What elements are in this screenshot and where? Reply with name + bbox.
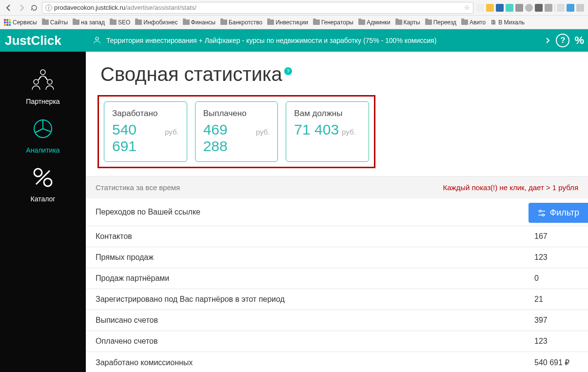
back-button[interactable] <box>4 3 14 13</box>
sliders-icon <box>537 209 546 217</box>
extension-icon[interactable] <box>515 4 523 12</box>
card-earned: Заработано 540 691руб. <box>104 101 187 162</box>
card-unit: руб. <box>165 128 179 136</box>
card-unit: руб. <box>342 128 356 136</box>
card-value: 469 288 <box>203 121 253 155</box>
table-row: Выписано счетов397 <box>86 310 588 331</box>
card-value: 71 403 <box>294 121 339 138</box>
reload-button[interactable] <box>29 3 39 13</box>
bookmark-star-icon[interactable]: ☆ <box>464 4 470 11</box>
help-icon[interactable]: ? <box>284 67 292 75</box>
sidebar-label: Аналитика <box>26 146 59 154</box>
row-label: Выписано счетов <box>86 310 525 331</box>
table-row: Заработано комиссионных540 691 ₽ <box>86 352 588 372</box>
sidebar-label: Каталог <box>31 195 56 203</box>
bookmark-folder[interactable]: Инфобизнес <box>135 19 177 26</box>
card-unit: руб. <box>256 128 270 136</box>
extension-icon[interactable] <box>557 4 565 12</box>
bookmark-item[interactable]: 🗎В Михаль <box>490 19 525 26</box>
row-value: 123 <box>525 247 588 268</box>
bookmark-folder[interactable]: Сайты <box>42 19 68 26</box>
extension-icon[interactable] <box>486 4 494 12</box>
filter-label: Фильтр <box>550 208 579 218</box>
row-value: 397 <box>525 310 588 331</box>
svg-point-7 <box>34 169 42 176</box>
extension-icon[interactable] <box>535 4 543 12</box>
extension-icon[interactable] <box>506 4 513 12</box>
table-row: Продаж партнёрами0 <box>86 268 588 289</box>
card-label: Выплачено <box>203 109 270 118</box>
sidebar: Партнерка Аналитика Каталог <box>0 52 86 372</box>
extension-icon[interactable] <box>576 4 584 12</box>
filter-button[interactable]: Фильтр <box>529 203 588 223</box>
bookmark-folder[interactable]: Авито <box>461 19 486 26</box>
logo[interactable]: JustClick <box>0 29 86 52</box>
extension-icon[interactable] <box>545 4 552 12</box>
bookmark-folder[interactable]: на запад <box>73 19 105 26</box>
header-title[interactable]: Территория инвестирования + Лайфхакер - … <box>106 37 436 44</box>
card-label: Заработано <box>112 109 179 118</box>
table-note: Каждый показ(!) не клик, дает > 1 рубля <box>443 183 578 192</box>
bookmark-folder[interactable]: Карты <box>395 19 420 26</box>
extension-icons <box>476 4 584 12</box>
table-row: Зарегистрировано под Вас партнёров в это… <box>86 289 588 310</box>
sidebar-item-analytics[interactable]: Аналитика <box>26 115 59 154</box>
row-label: Оплачено счетов <box>86 331 525 352</box>
bookmark-folder[interactable]: Банкротство <box>220 19 262 26</box>
browser-toolbar: i prodavecokon.justclick.ru/advertise/as… <box>0 0 588 16</box>
forward-button[interactable] <box>17 3 26 13</box>
row-label: Переходов по Вашей ссылке <box>86 198 525 226</box>
sidebar-item-partnership[interactable]: Партнерка <box>26 66 59 105</box>
card-owed: Вам должны 71 403руб. <box>286 101 369 162</box>
url-path: /advertise/assistant/stats/ <box>125 4 196 11</box>
svg-point-11 <box>539 210 541 212</box>
row-value: 540 691 ₽ <box>525 352 588 372</box>
percent-icon[interactable]: % <box>574 34 584 47</box>
people-icon <box>29 66 57 94</box>
extension-icon[interactable] <box>496 4 504 12</box>
bookmark-folder[interactable]: Админки <box>358 19 391 26</box>
table-header: Статистика за все время Каждый показ(!) … <box>86 176 588 198</box>
header-title-area: Территория инвестирования + Лайфхакер - … <box>86 36 545 46</box>
bookmark-folder[interactable]: Переезд <box>425 19 456 26</box>
app-header: JustClick Территория инвестирования + Ла… <box>0 29 588 52</box>
row-value: 123 <box>525 331 588 352</box>
table-row: Оплачено счетов123 <box>86 331 588 352</box>
table-row: Переходов по Вашей ссылке 429066 <box>86 198 588 226</box>
svg-point-1 <box>40 70 45 75</box>
bookmark-folder[interactable]: Инвестиции <box>267 19 308 26</box>
sidebar-label: Партнерка <box>26 98 59 105</box>
table-row: Контактов167 <box>86 226 588 247</box>
extension-icon[interactable] <box>525 4 533 12</box>
svg-point-13 <box>542 214 544 216</box>
stats-table: Переходов по Вашей ссылке 429066 Контакт… <box>86 198 588 372</box>
pie-chart-icon <box>29 115 57 142</box>
content-area: Сводная статистика ? Заработано 540 691р… <box>86 52 588 372</box>
table-title: Статистика за все время <box>96 183 180 192</box>
bookmark-folder[interactable]: SEO <box>110 19 130 26</box>
svg-point-2 <box>34 79 39 84</box>
extension-icon[interactable] <box>476 4 484 12</box>
url-host: prodavecokon.justclick.ru <box>54 4 125 11</box>
site-info-icon[interactable]: i <box>45 4 52 11</box>
apps-label: Сервисы <box>13 19 37 26</box>
help-button[interactable]: ? <box>556 34 569 47</box>
svg-point-8 <box>44 178 52 186</box>
extension-icon[interactable] <box>567 4 574 12</box>
row-label: Контактов <box>86 226 525 247</box>
chevron-right-icon[interactable] <box>545 38 551 43</box>
sidebar-item-catalog[interactable]: Каталог <box>29 164 57 203</box>
address-bar[interactable]: i prodavecokon.justclick.ru/advertise/as… <box>42 2 473 14</box>
bookmark-folder[interactable]: Финансы <box>183 19 216 26</box>
card-paid: Выплачено 469 288руб. <box>195 101 278 162</box>
row-value: 0 <box>525 268 588 289</box>
apps-shortcut[interactable]: Сервисы <box>4 19 37 26</box>
row-label: Зарегистрировано под Вас партнёров в это… <box>86 289 525 310</box>
bookmark-folder[interactable]: Генераторы <box>313 19 353 26</box>
row-label: Продаж партнёрами <box>86 268 525 289</box>
card-value: 540 691 <box>112 121 162 155</box>
table-row: Прямых продаж123 <box>86 247 588 268</box>
svg-line-9 <box>36 171 50 184</box>
row-label: Прямых продаж <box>86 247 525 268</box>
person-icon <box>93 36 101 46</box>
